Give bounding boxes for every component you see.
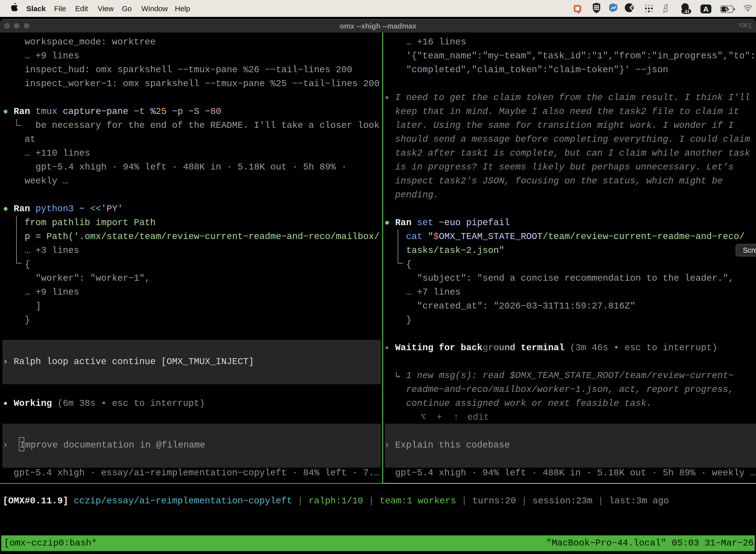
svg-text:..61: ..61 xyxy=(683,9,690,14)
